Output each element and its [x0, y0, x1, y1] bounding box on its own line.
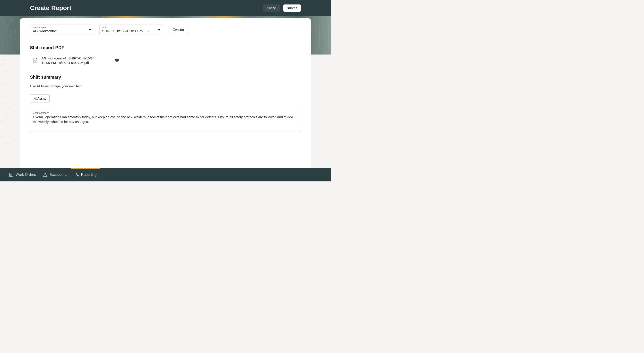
page-header: Create Report Cancel Submit — [0, 0, 331, 16]
summary-hint: Use AI Assist or type your own text — [30, 84, 301, 88]
header-actions: Cancel Submit — [263, 4, 301, 12]
pdf-file-icon: PDF — [33, 58, 38, 63]
filter-row: Work Center AG_workcentre1 Shift SHIFT-C… — [30, 24, 301, 34]
chevron-down-icon — [89, 27, 91, 31]
shift-summary-field-label: Shift summary — [33, 111, 298, 114]
shift-select[interactable]: Shift SHIFT-C, 8/15/24 10:00 PM - 8/ — [99, 24, 163, 34]
submit-button[interactable]: Submit — [283, 4, 301, 12]
work-center-label: Work Center — [33, 26, 91, 29]
nav-reporting-label: Reporting — [81, 173, 96, 177]
nav-reporting[interactable]: Reporting — [71, 168, 100, 181]
nav-work-orders-label: Work Orders — [16, 173, 36, 177]
svg-text:PDF: PDF — [34, 60, 36, 62]
work-orders-icon — [9, 172, 14, 177]
nav-work-orders[interactable]: Work Orders — [5, 168, 39, 181]
ai-assist-button[interactable]: AI Assist — [30, 94, 50, 103]
shift-summary-field-wrap[interactable]: Shift summary — [30, 109, 301, 132]
pdf-file-row: PDF AG_workcentre1_SHIFT-C, 8/15/24 10:0… — [30, 55, 301, 67]
preview-button[interactable] — [114, 58, 120, 63]
svg-point-1 — [116, 59, 118, 61]
main-panel: Work Center AG_workcentre1 Shift SHIFT-C… — [20, 18, 311, 168]
chevron-down-icon — [158, 27, 160, 31]
shift-value: SHIFT-C, 8/15/24 10:00 PM - 8/ — [102, 29, 160, 33]
pdf-filename: AG_workcentre1_SHIFT-C, 8/15/24 10:00 PM… — [42, 56, 102, 65]
eye-icon — [114, 58, 120, 62]
nav-exceptions-label: Exceptions — [50, 173, 67, 177]
work-center-value: AG_workcentre1 — [33, 29, 91, 33]
nav-exceptions[interactable]: Exceptions — [39, 168, 71, 181]
svg-point-7 — [45, 176, 46, 176]
page-title: Create Report — [30, 4, 71, 12]
decorative-side-pattern — [0, 54, 20, 144]
confirm-button[interactable]: Confirm — [168, 25, 188, 34]
exceptions-icon — [43, 172, 48, 177]
reporting-icon — [74, 172, 79, 177]
bottom-nav: Work Orders Exceptions Reporting — [0, 168, 331, 181]
pdf-section-heading: Shift report PDF — [30, 45, 301, 50]
shift-summary-textarea[interactable] — [33, 115, 298, 128]
cancel-button[interactable]: Cancel — [263, 4, 280, 12]
summary-section-heading: Shift summary — [30, 75, 301, 80]
shift-label: Shift — [102, 26, 160, 29]
work-center-select[interactable]: Work Center AG_workcentre1 — [30, 24, 94, 34]
